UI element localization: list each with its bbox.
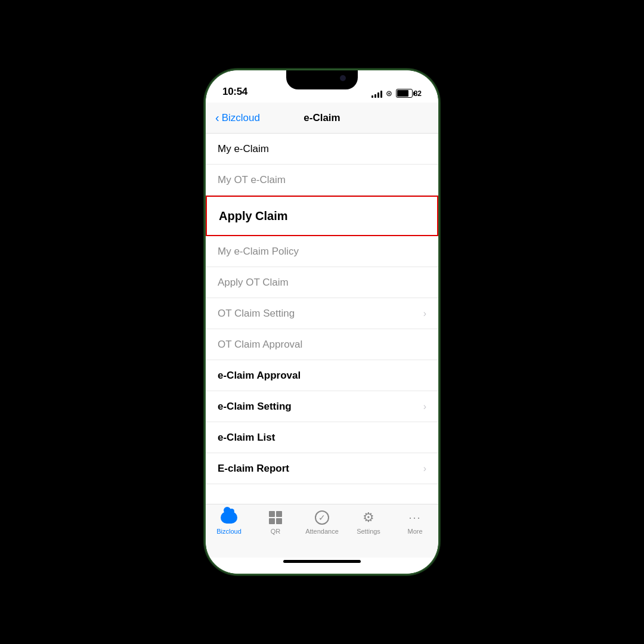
tab-attendance[interactable]: ✓ Attendance	[299, 509, 345, 535]
qr-icon	[267, 509, 284, 526]
menu-item-label: e-Claim Setting	[218, 401, 292, 413]
menu-item-label: My e-Claim	[218, 143, 269, 155]
menu-item-eclaim-setting[interactable]: e-Claim Setting ›	[206, 391, 438, 422]
wifi-icon: ⊛	[386, 89, 392, 98]
menu-item-apply-claim[interactable]: Apply Claim	[206, 196, 438, 236]
menu-item-apply-ot-claim[interactable]: Apply OT Claim	[206, 267, 438, 298]
home-indicator	[283, 560, 361, 563]
menu-item-label: e-Claim List	[218, 432, 275, 444]
menu-item-label: My e-Claim Policy	[218, 246, 299, 258]
menu-item-ot-claim-approval[interactable]: OT Claim Approval	[206, 329, 438, 360]
tab-bar: Bizcloud QR ✓	[206, 504, 438, 558]
settings-icon: ⚙	[360, 509, 377, 526]
menu-item-eclaim-report[interactable]: E-claim Report ›	[206, 453, 438, 484]
status-time: 10:54	[222, 86, 247, 98]
phone-frame: 10:54 ⊛ 82	[206, 70, 438, 574]
menu-item-my-ot-eclaim[interactable]: My OT e-Claim	[206, 165, 438, 196]
menu-item-label: e-Claim Approval	[218, 370, 301, 382]
attendance-icon: ✓	[314, 509, 330, 526]
camera	[340, 75, 346, 81]
tab-more[interactable]: ··· More	[392, 509, 438, 535]
tab-label: Settings	[357, 528, 380, 535]
menu-item-my-eclaim-policy[interactable]: My e-Claim Policy	[206, 236, 438, 267]
tab-label: Attendance	[305, 528, 339, 535]
tab-label: Bizcloud	[216, 528, 242, 535]
tab-settings[interactable]: ⚙ Settings	[345, 509, 392, 535]
back-label: Bizcloud	[222, 112, 260, 124]
bizcloud-icon	[221, 509, 237, 526]
tab-qr[interactable]: QR	[252, 509, 299, 535]
more-icon: ···	[407, 509, 423, 526]
tab-bizcloud[interactable]: Bizcloud	[206, 509, 252, 535]
menu-item-label: Apply Claim	[219, 209, 288, 223]
home-indicator-area	[206, 558, 438, 574]
chevron-right-icon: ›	[423, 401, 426, 412]
chevron-right-icon: ›	[423, 308, 426, 319]
menu-item-ot-claim-setting[interactable]: OT Claim Setting ›	[206, 298, 438, 329]
battery-level: 82	[414, 89, 422, 98]
status-icons: ⊛ 82	[371, 89, 422, 98]
menu-item-eclaim-approval[interactable]: e-Claim Approval	[206, 360, 438, 391]
menu-item-label: E-claim Report	[218, 463, 289, 475]
back-chevron-icon: ‹	[215, 112, 219, 123]
tab-label: QR	[271, 528, 281, 535]
menu-item-label: My OT e-Claim	[218, 174, 286, 186]
status-bar: 10:54 ⊛ 82	[206, 70, 438, 103]
tab-label: More	[407, 528, 422, 535]
menu-item-eclaim-list[interactable]: e-Claim List	[206, 422, 438, 453]
chevron-right-icon: ›	[423, 463, 426, 474]
menu-item-label: OT Claim Setting	[218, 308, 295, 320]
menu-item-label: OT Claim Approval	[218, 339, 302, 351]
nav-bar: ‹ Bizcloud e-Claim	[206, 103, 438, 134]
phone-screen: 10:54 ⊛ 82	[206, 70, 438, 574]
notch	[286, 70, 358, 89]
screen-content: ‹ Bizcloud e-Claim My e-Claim My OT e-Cl…	[206, 103, 438, 574]
battery-indicator: 82	[396, 89, 422, 98]
menu-list: My e-Claim My OT e-Claim Apply Claim My …	[206, 134, 438, 504]
menu-item-my-eclaim[interactable]: My e-Claim	[206, 134, 438, 165]
nav-title: e-Claim	[304, 112, 340, 124]
menu-item-label: Apply OT Claim	[218, 277, 289, 289]
back-button[interactable]: ‹ Bizcloud	[215, 112, 260, 124]
signal-icon	[371, 89, 382, 98]
